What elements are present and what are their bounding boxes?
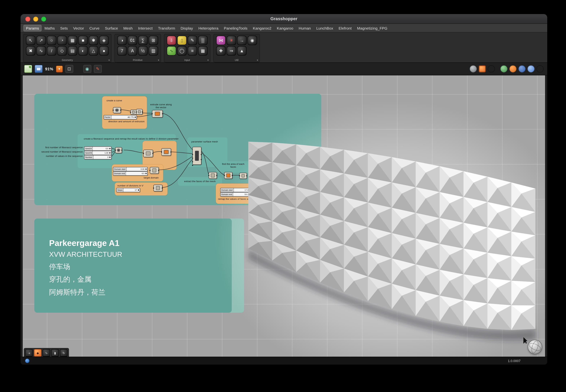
display-mode-blue-icon[interactable] <box>500 65 507 72</box>
close-button[interactable] <box>25 17 30 22</box>
component-divide-domain[interactable] <box>153 185 163 192</box>
component-face-area[interactable] <box>224 172 232 179</box>
vector-icon[interactable]: ↗ <box>36 36 46 45</box>
view-navigation-ball[interactable] <box>528 340 542 354</box>
minimize-button[interactable] <box>33 17 38 22</box>
arc-icon[interactable]: ◔ <box>57 36 67 45</box>
domain-start-slider[interactable]: Domain start 0.00 <box>113 167 148 171</box>
component-extrude[interactable] <box>152 110 163 118</box>
preview-mode-toggle[interactable]: ◆ <box>34 349 42 357</box>
pointer-icon[interactable]: ↖ <box>26 36 35 45</box>
menu-kangaroo2[interactable]: Kangaroo2 <box>250 25 274 31</box>
text-icon[interactable]: A <box>128 46 137 56</box>
profiler-toggle[interactable]: ▮ <box>51 349 59 357</box>
menu-params[interactable]: Params <box>23 25 42 31</box>
circle-icon[interactable]: ○ <box>47 36 56 45</box>
sketch-brush-button[interactable]: ✎ <box>94 65 102 73</box>
chevron-down-icon[interactable]: ▾ <box>108 59 110 62</box>
panel-icon[interactable]: ▯ <box>177 36 187 45</box>
trigger-icon[interactable]: ▲ <box>237 46 247 56</box>
galapagos-icon[interactable]: ✳ <box>227 36 236 45</box>
factor-slider[interactable]: Factor 48.775 <box>104 115 137 119</box>
component-mesh-surface[interactable] <box>193 147 201 165</box>
new-document-button[interactable] <box>24 65 32 73</box>
menu-magnetizing-fpg[interactable]: Magnetizing_FPG <box>355 25 390 31</box>
box-icon[interactable]: ■ <box>78 36 88 45</box>
definition-group[interactable] <box>34 94 321 205</box>
redraw-toggle[interactable]: ↻ <box>60 349 68 357</box>
steps-slider[interactable]: Steps 17 <box>116 188 140 192</box>
grasshopper-canvas[interactable]: create a curve extrude curve along the v… <box>23 75 545 357</box>
zoom-extents-button[interactable]: ⊡ <box>65 65 73 73</box>
display-mode-green-icon[interactable] <box>509 65 517 72</box>
image-sampler-icon[interactable]: ▦ <box>198 46 208 56</box>
point-icon[interactable]: ● <box>99 46 109 56</box>
preview-selected-icon[interactable] <box>488 65 495 72</box>
menu-maths[interactable]: Maths <box>42 25 57 31</box>
domain-start2-slider[interactable]: Domain start 17.01 <box>220 188 253 192</box>
cherry-picker-icon[interactable]: ✚ <box>216 46 226 56</box>
sphere-icon[interactable]: ◐ <box>78 46 88 56</box>
menu-transform[interactable]: Transform <box>156 25 178 31</box>
domain-end2-slider[interactable]: Domain end 59.19 <box>220 192 253 196</box>
menu-mesh[interactable]: Mesh <box>121 25 135 31</box>
component-bounds[interactable] <box>239 173 247 179</box>
plane-icon[interactable]: ◇ <box>57 46 67 56</box>
save-document-button[interactable] <box>35 65 43 73</box>
field-icon[interactable]: ✱ <box>89 36 98 45</box>
chevron-down-icon[interactable]: ▾ <box>257 59 258 62</box>
menu-sets[interactable]: Sets <box>58 25 70 31</box>
chevron-down-icon[interactable]: ▾ <box>207 59 209 62</box>
menu-surface[interactable]: Surface <box>102 25 120 31</box>
seed-b-slider[interactable]: Seed B 1.00 <box>84 151 112 155</box>
preview-eye-button[interactable]: ◉ <box>83 65 91 73</box>
import-icon[interactable]: ⇩ <box>167 36 176 45</box>
component-fibonacci[interactable] <box>115 147 122 153</box>
chevron-down-icon[interactable]: ▾ <box>158 59 159 62</box>
mesh-icon[interactable]: ◈ <box>99 36 109 45</box>
number-icon[interactable]: ½ <box>138 46 148 56</box>
gradient-icon[interactable]: ▒ <box>198 36 208 45</box>
menu-heteroptera[interactable]: Heteroptera <box>196 25 221 31</box>
display-mode-orange-icon[interactable] <box>518 65 526 72</box>
menu-lunchbox[interactable]: LunchBox <box>314 25 336 31</box>
value-list-icon[interactable]: ≡ <box>188 46 197 56</box>
menu-display[interactable]: Display <box>178 25 195 31</box>
wire-style-toggle[interactable]: ∿ <box>43 349 50 357</box>
preview-sphere-icon[interactable] <box>470 65 477 72</box>
component-curve[interactable] <box>113 107 121 113</box>
colour-icon[interactable]: ◑ <box>117 36 127 45</box>
display-mode-navy-icon[interactable] <box>527 65 535 72</box>
menu-intersect[interactable]: Intersect <box>135 25 155 31</box>
close-curve-icon[interactable]: ✖ <box>26 46 35 56</box>
matrix-icon[interactable]: ▥ <box>149 46 158 56</box>
flask-icon[interactable]: ◉ <box>248 36 257 45</box>
curve-icon[interactable]: ∿ <box>36 46 46 56</box>
zoom-dropdown-button[interactable]: ▾ <box>56 65 63 72</box>
sum-icon[interactable]: ∑ <box>138 36 148 45</box>
brep-icon[interactable]: ▤ <box>68 46 77 56</box>
menu-curve[interactable]: Curve <box>87 25 102 31</box>
seed-a-slider[interactable]: Seed A 0.5 <box>84 146 112 151</box>
surface-icon[interactable]: ▦ <box>68 36 77 45</box>
number-slider[interactable]: Number 3 <box>84 155 112 159</box>
graph-mapper-icon[interactable]: ∿ <box>167 46 176 56</box>
hide-wires-toggle[interactable]: -x <box>25 349 33 357</box>
data-dam-icon[interactable]: → <box>237 36 247 45</box>
domain-icon[interactable]: ⊞ <box>149 36 158 45</box>
menu-vector[interactable]: Vector <box>71 25 87 31</box>
component-amplitude[interactable] <box>136 109 143 115</box>
menu-kangaroo[interactable]: Kangaroo <box>274 25 296 31</box>
line-icon[interactable]: / <box>47 46 56 56</box>
script-icon[interactable]: ✎ <box>188 36 197 45</box>
display-mode-lightblue-icon[interactable] <box>536 65 544 72</box>
domain-end-slider[interactable]: Domain end 6.5 <box>113 171 148 176</box>
jump-icon[interactable]: ⇒ <box>227 46 236 56</box>
preview-off-icon[interactable] <box>479 65 486 72</box>
boolean-icon[interactable]: 01 <box>128 36 137 45</box>
component-construct-domain[interactable] <box>150 167 159 174</box>
menu-panelingtools[interactable]: PanelingTools <box>221 25 250 31</box>
menu-human[interactable]: Human <box>296 25 313 31</box>
lock-icon[interactable] <box>25 358 30 363</box>
zoom-button[interactable] <box>41 17 46 22</box>
